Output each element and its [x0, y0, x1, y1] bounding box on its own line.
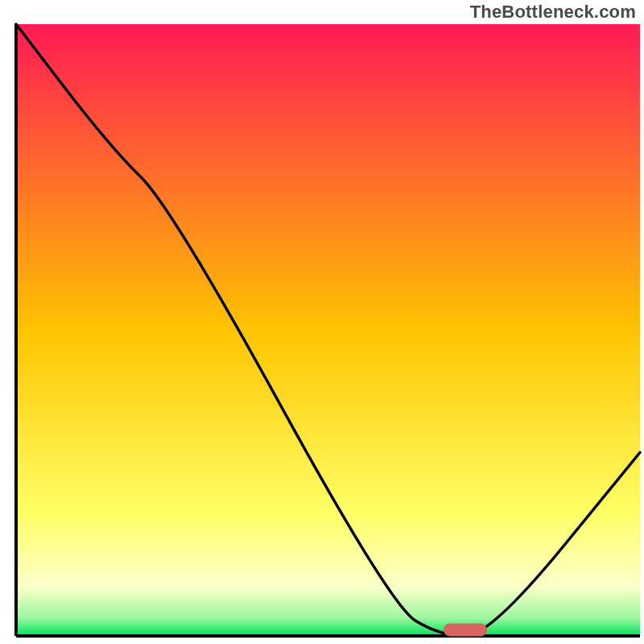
chart-container: TheBottleneck.com — [0, 0, 644, 644]
chart-svg — [0, 0, 644, 644]
plot-background — [16, 24, 640, 636]
optimal-marker — [444, 623, 487, 636]
watermark-text: TheBottleneck.com — [470, 2, 636, 23]
